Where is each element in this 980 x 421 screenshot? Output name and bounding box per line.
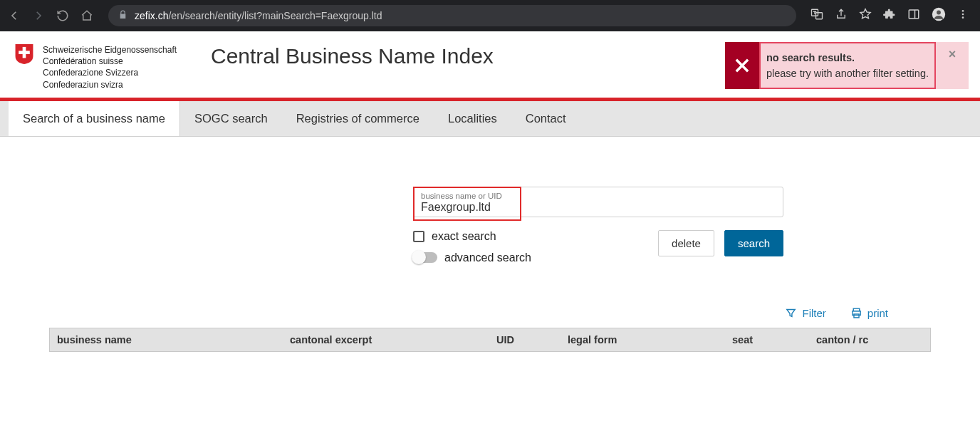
- extensions-icon[interactable]: [883, 8, 896, 24]
- delete-button[interactable]: delete: [658, 230, 714, 256]
- svg-rect-10: [19, 51, 30, 54]
- tab-sogc-search[interactable]: SOGC search: [180, 101, 282, 136]
- svg-point-6: [962, 10, 964, 12]
- col-business-name[interactable]: business name: [50, 328, 283, 351]
- site-header: Schweizerische Eidgenossenschaft Confédé…: [0, 31, 980, 98]
- reload-button[interactable]: [56, 9, 70, 22]
- main-tabs: Search of a business name SOGC search Re…: [0, 101, 980, 137]
- col-uid[interactable]: UID: [489, 328, 561, 351]
- share-icon[interactable]: [835, 8, 848, 24]
- close-icon: [732, 56, 752, 76]
- tab-localities[interactable]: Localities: [434, 101, 511, 136]
- forward-button[interactable]: [31, 9, 46, 22]
- results-table: business name cantonal excerpt UID legal…: [49, 328, 931, 352]
- business-name-field[interactable]: [421, 200, 776, 214]
- svg-point-5: [937, 11, 941, 15]
- page-title: Central Business Name Index: [195, 44, 494, 68]
- col-seat[interactable]: seat: [725, 328, 809, 351]
- tab-search-business-name[interactable]: Search of a business name: [9, 101, 180, 136]
- toggle-icon: [413, 252, 437, 263]
- svg-rect-2: [909, 10, 919, 19]
- lock-icon: [118, 9, 127, 22]
- back-button[interactable]: [7, 9, 21, 22]
- print-link[interactable]: print: [850, 307, 888, 319]
- col-cantonal-excerpt[interactable]: cantonal excerpt: [283, 328, 489, 351]
- print-icon: [850, 307, 862, 319]
- url-text: zefix.ch/en/search/entity/list?mainSearc…: [135, 10, 382, 21]
- tab-registries[interactable]: Registries of commerce: [282, 101, 434, 136]
- profile-icon[interactable]: [932, 7, 946, 24]
- svg-point-7: [962, 14, 964, 16]
- translate-icon[interactable]: [810, 8, 823, 24]
- swiss-shield-icon: [14, 44, 34, 64]
- close-icon: ×: [949, 47, 956, 62]
- content-area: business name or UID exact search advanc…: [0, 137, 980, 264]
- input-label: business name or UID: [421, 192, 776, 200]
- address-bar[interactable]: zefix.ch/en/search/entity/list?mainSearc…: [108, 5, 796, 26]
- col-canton-rc[interactable]: canton / rc: [809, 328, 930, 351]
- tab-contact[interactable]: Contact: [511, 101, 580, 136]
- confederation-logo-block: Schweizerische Eidgenossenschaft Confédé…: [14, 44, 195, 90]
- search-button[interactable]: search: [724, 230, 783, 256]
- browser-toolbar: zefix.ch/en/search/entity/list?mainSearc…: [0, 0, 980, 31]
- svg-point-8: [962, 16, 964, 19]
- error-icon-box: [725, 42, 759, 89]
- panel-icon[interactable]: [907, 8, 920, 24]
- advanced-search-toggle[interactable]: advanced search: [413, 251, 531, 264]
- table-header-row: business name cantonal excerpt UID legal…: [49, 328, 931, 352]
- business-name-input[interactable]: business name or UID: [413, 187, 783, 217]
- error-banner: no search results. please try with anoth…: [725, 42, 969, 89]
- col-legal-form[interactable]: legal form: [561, 328, 725, 351]
- exact-search-checkbox[interactable]: exact search: [413, 230, 531, 243]
- home-button[interactable]: [80, 9, 94, 22]
- error-message: no search results. please try with anoth…: [759, 42, 936, 89]
- menu-icon[interactable]: [957, 9, 969, 23]
- error-dismiss-button[interactable]: ×: [936, 42, 969, 89]
- confederation-text: Schweizerische Eidgenossenschaft Confédé…: [43, 44, 177, 90]
- checkbox-icon: [413, 231, 424, 242]
- filter-icon: [785, 307, 797, 319]
- filter-link[interactable]: Filter: [785, 307, 825, 319]
- browser-right-icons: [810, 7, 973, 24]
- result-actions: Filter print: [49, 307, 931, 328]
- star-icon[interactable]: [859, 8, 872, 24]
